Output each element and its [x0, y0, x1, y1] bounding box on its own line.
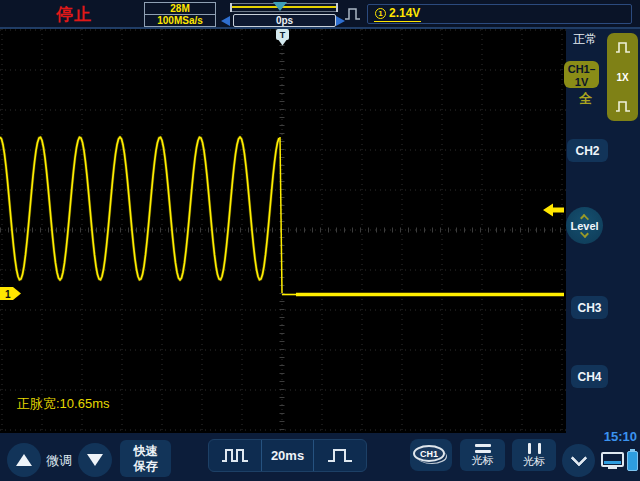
scope-display[interactable]: T 1 正脉宽:10.65ms [0, 29, 566, 433]
waveform-svg: T 1 正脉宽:10.65ms [0, 29, 566, 433]
trigger-source-icon: 1 [375, 8, 386, 19]
trigger-time-marker[interactable]: T [276, 29, 289, 46]
horizontal-cursor-icon [475, 444, 491, 453]
chevron-down-icon [570, 449, 587, 466]
sample-rate-value: 100MSa/s [145, 15, 215, 26]
memory-depth-value: 28M [145, 3, 215, 15]
trigger-level-value: 2.14V [389, 6, 420, 20]
ch1-probe-panel[interactable]: 1X [607, 33, 638, 121]
timebase-zoom-in-button[interactable] [313, 440, 366, 471]
run-state-label[interactable]: 停止 [56, 3, 92, 26]
timebase-zoom-out-button[interactable] [209, 440, 261, 471]
pulse-icon [615, 41, 631, 54]
probe-attenuation-label: 1X [616, 72, 628, 83]
fine-adjust-down-button[interactable] [78, 443, 112, 477]
sidebar-ch1-button[interactable]: CH1– 1V [564, 61, 599, 88]
quick-save-label-line2: 保存 [134, 459, 158, 474]
channel1-ground-marker-label: 1 [5, 289, 11, 300]
trigger-settings-box[interactable]: 1 2.14V [367, 4, 632, 24]
clock-display: 15:10 [592, 429, 637, 444]
trigger-level-readout: 1 2.14V [374, 6, 421, 22]
ch1-scale-value: 1V [564, 76, 599, 88]
ch1-label: CH1 [568, 63, 590, 75]
quick-save-label-line1: 快速 [134, 444, 158, 459]
vertical-cursor-icon [528, 443, 541, 454]
acquisition-info-box[interactable]: 28M 100MSa/s [144, 2, 216, 27]
trigger-time-marker-label: T [280, 30, 286, 40]
quick-save-button[interactable]: 快速 保存 [120, 440, 171, 477]
sidebar-ch2-button[interactable]: CH2 [567, 139, 608, 162]
active-channel-button[interactable]: CH1 [410, 439, 452, 471]
single-pulse-icon [326, 446, 354, 465]
active-channel-badge: CH1 [413, 445, 445, 462]
arrow-down-icon [87, 454, 103, 466]
horizontal-cursor-label: 光标 [472, 455, 494, 466]
monitor-icon[interactable] [601, 452, 624, 467]
pulse-width-measurement: 正脉宽:10.65ms [17, 396, 110, 411]
ch1-bandwidth-label: 全 [579, 90, 592, 108]
vertical-cursor-button[interactable]: 光标 [512, 439, 556, 471]
timebase-control-group: 20ms [208, 439, 367, 472]
graticule-grid [0, 29, 566, 433]
trigger-position-left-arrow[interactable] [221, 16, 230, 26]
top-status-bar: 停止 28M 100MSa/s 0ps 1 2.14V [0, 0, 640, 29]
trigger-level-knob[interactable]: Level [566, 207, 603, 244]
trigger-level-arrow-icon[interactable] [543, 204, 564, 217]
channel1-ground-marker[interactable]: 1 [0, 287, 21, 300]
fine-adjust-up-button[interactable] [7, 443, 41, 477]
horizontal-cursor-button[interactable]: 光标 [460, 439, 505, 471]
trigger-position-marker-icon[interactable] [273, 2, 287, 11]
channel1-trace [0, 137, 564, 295]
oscilloscope-app: 停止 28M 100MSa/s 0ps 1 2.14V [0, 0, 640, 481]
double-pulse-icon [220, 446, 250, 465]
pulse-icon [615, 100, 631, 113]
horizontal-offset-readout[interactable]: 0ps [233, 14, 336, 27]
arrow-up-icon [16, 454, 32, 466]
vertical-cursor-label: 光标 [523, 456, 545, 467]
battery-icon [627, 451, 638, 471]
collapse-menu-button[interactable] [562, 444, 595, 477]
timebase-value: 20ms [271, 448, 304, 463]
timebase-value-button[interactable]: 20ms [261, 440, 314, 471]
sidebar-ch3-button[interactable]: CH3 [571, 296, 608, 319]
acquire-mode-label: 正常 [573, 31, 597, 48]
trigger-slope-icon [344, 6, 362, 22]
fine-adjust-label: 微调 [46, 452, 72, 470]
ch1-coupling-icon: – [590, 64, 596, 75]
sidebar-ch4-button[interactable]: CH4 [571, 365, 608, 388]
